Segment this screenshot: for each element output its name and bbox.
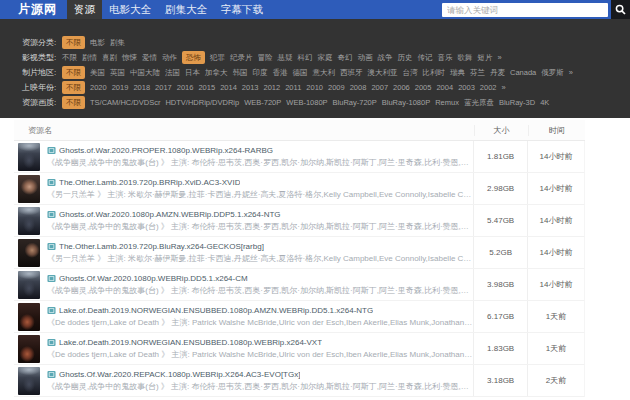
filter-option[interactable]: 2011 xyxy=(285,81,301,94)
resource-title-link[interactable]: Ghosts.of.War.2020.1080p.AMZN.WEBRip.DDP… xyxy=(59,210,281,219)
filter-option[interactable]: HDTV/HDRip/DVDRip xyxy=(165,96,239,109)
filter-option[interactable]: 2020 xyxy=(90,81,107,94)
filter-option[interactable]: 喜剧 xyxy=(102,51,117,64)
search-input[interactable] xyxy=(442,3,608,17)
filter-option[interactable]: 2018 xyxy=(133,81,150,94)
filter-option[interactable]: 加拿大 xyxy=(205,66,228,79)
filter-option[interactable]: 不限 xyxy=(62,51,77,64)
filter-option[interactable]: 悬疑 xyxy=(278,51,293,64)
filter-option[interactable]: WEB-1080P xyxy=(286,96,327,109)
filter-option[interactable]: BluRay-3D xyxy=(499,96,535,109)
filter-option[interactable]: 短片 xyxy=(478,51,493,64)
filter-option[interactable]: 历史 xyxy=(398,51,413,64)
filter-option[interactable]: 2007 xyxy=(371,81,388,94)
filter-option[interactable]: 2004 xyxy=(436,81,453,94)
resource-title-link[interactable]: The.Other.Lamb.2019.720p.BluRay.x264-GEC… xyxy=(59,242,264,251)
filter-option[interactable]: 2016 xyxy=(177,81,194,94)
filter-option[interactable]: 芬兰 xyxy=(470,66,485,79)
filter-option[interactable]: BluRay-720P xyxy=(333,96,377,109)
filter-option[interactable]: 意大利 xyxy=(313,66,336,79)
filter-option[interactable]: Remux xyxy=(435,96,459,109)
resource-title-link[interactable]: Ghosts.Of.War.2020.1080p.WEBRip.DD5.1.x2… xyxy=(59,274,248,283)
filter-more-link[interactable]: » xyxy=(498,53,501,62)
resource-title-link[interactable]: Lake.of.Death.2019.NORWEGIAN.ENSUBBED.10… xyxy=(59,338,322,347)
filter-option[interactable]: 俄罗斯 xyxy=(541,66,564,79)
filter-option[interactable]: 传记 xyxy=(418,51,433,64)
filter-option[interactable]: 音乐 xyxy=(438,51,453,64)
filter-option[interactable]: TS/CAM/HC/DVDScr xyxy=(90,96,160,109)
filter-option[interactable]: 2008 xyxy=(350,81,367,94)
filter-option[interactable]: 歌舞 xyxy=(458,51,473,64)
filter-option[interactable]: 2013 xyxy=(242,81,259,94)
filter-option[interactable]: 家庭 xyxy=(318,51,333,64)
filter-option[interactable]: 中国大陆 xyxy=(130,66,160,79)
filter-option[interactable]: 2010 xyxy=(306,81,323,94)
filter-option[interactable]: 2014 xyxy=(220,81,237,94)
filter-option[interactable]: 2019 xyxy=(112,81,129,94)
filter-option[interactable]: 2002 xyxy=(480,81,497,94)
filter-option[interactable]: 台湾 xyxy=(403,66,418,79)
filter-option[interactable]: 瑞典 xyxy=(450,66,465,79)
poster-thumbnail[interactable] xyxy=(18,303,40,331)
search-button[interactable] xyxy=(611,0,630,19)
site-logo[interactable]: 片源网 xyxy=(0,0,67,19)
poster-thumbnail[interactable] xyxy=(18,239,40,267)
poster-thumbnail[interactable] xyxy=(18,271,40,299)
filter-option[interactable]: 西班牙 xyxy=(340,66,363,79)
filter-option[interactable]: 2006 xyxy=(393,81,410,94)
filter-option[interactable]: 2009 xyxy=(328,81,345,94)
resource-title-link[interactable]: The.Other.Lamb.2019.720p.BRRip.XviD.AC3-… xyxy=(59,178,240,187)
resource-title-link[interactable]: Ghosts.Of.War.2020.REPACK.1080p.WEBRip.X… xyxy=(59,370,300,379)
filter-option[interactable]: 法国 xyxy=(165,66,180,79)
poster-thumbnail[interactable] xyxy=(18,175,40,203)
filter-option[interactable]: 德国 xyxy=(293,66,308,79)
poster-thumbnail[interactable] xyxy=(18,367,40,395)
filter-option[interactable]: 不限 xyxy=(62,81,85,94)
filter-option[interactable]: 英国 xyxy=(110,66,125,79)
filter-option[interactable]: 2015 xyxy=(198,81,215,94)
filter-option[interactable]: 剧集 xyxy=(110,36,125,49)
filter-option[interactable]: 丹麦 xyxy=(490,66,505,79)
filter-option[interactable]: 日本 xyxy=(185,66,200,79)
filter-option[interactable]: 冒险 xyxy=(258,51,273,64)
filter-option[interactable]: 不限 xyxy=(62,96,85,109)
nav-tab-2[interactable]: 剧集大全 xyxy=(158,0,214,19)
filter-option[interactable]: 2012 xyxy=(264,81,281,94)
filter-option[interactable]: 惊悚 xyxy=(122,51,137,64)
filter-option[interactable]: 比利时 xyxy=(423,66,446,79)
filter-option[interactable]: 科幻 xyxy=(298,51,313,64)
filter-option[interactable]: 印度 xyxy=(253,66,268,79)
filter-option[interactable]: 2017 xyxy=(155,81,172,94)
poster-thumbnail[interactable] xyxy=(18,143,40,171)
filter-option[interactable]: BluRay-1080P xyxy=(382,96,430,109)
filter-option[interactable]: Canada xyxy=(510,66,536,79)
filter-option[interactable]: 香港 xyxy=(273,66,288,79)
resource-title-link[interactable]: Ghosts.of.War.2020.PROPER.1080p.WEBRip.x… xyxy=(59,146,273,155)
filter-option[interactable]: 2005 xyxy=(415,81,432,94)
filter-option[interactable]: 澳大利亚 xyxy=(368,66,398,79)
filter-option[interactable]: 爱情 xyxy=(142,51,157,64)
filter-more-link[interactable]: » xyxy=(569,68,572,77)
filter-option[interactable]: 电影 xyxy=(90,36,105,49)
filter-option[interactable]: 动画 xyxy=(358,51,373,64)
filter-option[interactable]: 奇幻 xyxy=(338,51,353,64)
filter-option[interactable]: 犯罪 xyxy=(210,51,225,64)
nav-tab-3[interactable]: 字幕下载 xyxy=(214,0,270,19)
filter-option[interactable]: 战争 xyxy=(378,51,393,64)
filter-option[interactable]: WEB-720P xyxy=(244,96,281,109)
filter-option[interactable]: 不限 xyxy=(62,66,85,79)
filter-option[interactable]: 韩国 xyxy=(233,66,248,79)
filter-option[interactable]: 不限 xyxy=(62,36,85,49)
filter-option[interactable]: 剧情 xyxy=(82,51,97,64)
filter-option[interactable]: 恐怖 xyxy=(182,51,205,64)
filter-option[interactable]: 蓝光原盘 xyxy=(464,96,494,109)
filter-option[interactable]: 纪录片 xyxy=(230,51,253,64)
filter-more-link[interactable]: » xyxy=(502,83,505,92)
nav-tab-0[interactable]: 资源 xyxy=(67,0,102,19)
resource-title-link[interactable]: Lake.of.Death.2019.NORWEGIAN.ENSUBBED.10… xyxy=(59,306,373,315)
filter-option[interactable]: 4K xyxy=(540,96,549,109)
filter-option[interactable]: 动作 xyxy=(162,51,177,64)
filter-option[interactable]: 2003 xyxy=(458,81,475,94)
poster-thumbnail[interactable] xyxy=(18,335,40,363)
poster-thumbnail[interactable] xyxy=(18,207,40,235)
